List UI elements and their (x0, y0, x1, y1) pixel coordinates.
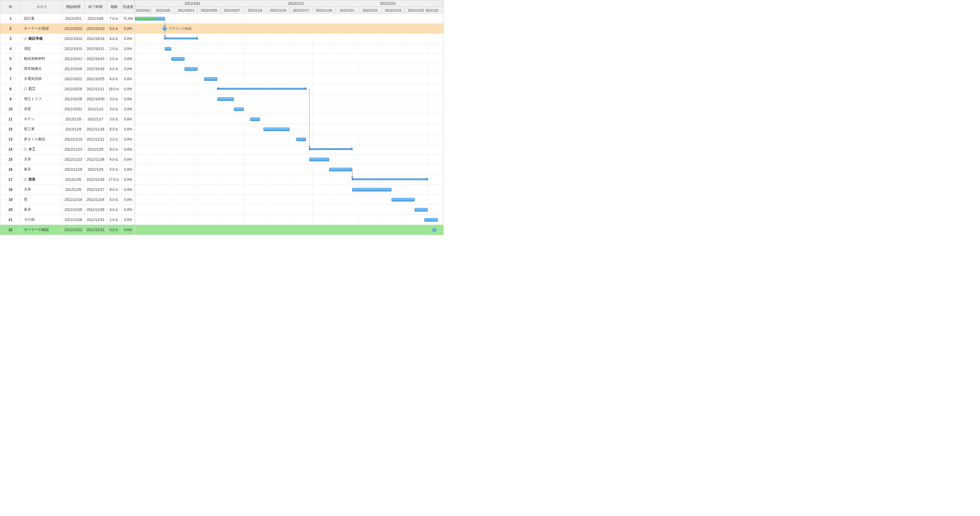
cell-duration: 9.0 d. (107, 144, 121, 154)
gantt-bar[interactable] (424, 218, 438, 221)
gantt-bar[interactable] (296, 138, 306, 141)
cell-start: 2012/12/6 (62, 185, 84, 194)
cell-id: 8 (0, 84, 21, 94)
table-row[interactable]: 12壁工事2012/11/92012/11/166.0 d.0.0% (0, 124, 135, 134)
cell-start: 2012/12/25 (62, 205, 84, 215)
chart-row (135, 215, 443, 225)
timeline-header: 2012/10/12012/11/12012/12/1 2012/10/1201… (135, 0, 443, 14)
cell-task: 建設準備 (21, 34, 62, 43)
cell-end: 2012/10/30 (84, 94, 107, 104)
chart-row (135, 64, 443, 74)
table-row[interactable]: 21その他2012/12/282012/12/312.0 d.0.0% (0, 215, 135, 225)
cell-start: 2012/12/31 (62, 225, 84, 235)
cell-duration: 0.0 d. (107, 24, 121, 33)
collapse-toggle-icon[interactable] (24, 178, 27, 181)
table-row[interactable]: 7水電気技師2012/10/222012/10/254.0 d.0.0% (0, 74, 135, 84)
cell-task-label: 天井 (24, 157, 31, 162)
cell-id: 18 (0, 185, 21, 194)
gantt-bar[interactable] (309, 158, 329, 161)
cell-start: 2012/10/1 (62, 14, 84, 23)
cell-duration: 17.0 d. (107, 175, 121, 184)
gantt-summary-bar[interactable] (309, 148, 352, 150)
cell-task: 家具 (21, 205, 62, 215)
cell-task: 家具 (21, 164, 62, 174)
table-row[interactable]: 3建設準備2012/10/102012/10/198.0 d.0.0% (0, 34, 135, 44)
dependency-arrow-icon (164, 35, 166, 37)
table-row[interactable]: 9埋立トラフ2012/10/262012/10/303.0 d.0.0% (0, 94, 135, 104)
table-row[interactable]: 4測定2012/10/102012/10/112.0 d.0.0% (0, 44, 135, 54)
cell-pct: 0.0% (121, 54, 135, 64)
gantt-summary-bar[interactable] (217, 88, 306, 90)
cell-pct: 0.0% (121, 195, 135, 204)
collapse-toggle-icon[interactable] (24, 37, 27, 40)
cell-end: 2012/11/2 (84, 104, 107, 114)
cell-task: オーナーの確認 (21, 225, 62, 235)
dependency-line (352, 170, 353, 176)
col-header-start[interactable]: 開始時間 (62, 0, 84, 14)
gantt-summary-bar[interactable] (165, 38, 197, 39)
cell-id: 6 (0, 64, 21, 74)
table-row[interactable]: 1設計案2012/10/12012/10/97.0 d.71.4% (0, 14, 135, 24)
col-header-completion[interactable]: 完成度 (121, 0, 135, 14)
dependency-line (165, 29, 165, 35)
table-row[interactable]: 16家具2012/11/292012/12/55.0 d.0.0% (0, 164, 135, 175)
cell-id: 20 (0, 205, 21, 215)
cell-pct: 0.0% (121, 124, 135, 134)
cell-duration: 19.0 d. (107, 84, 121, 94)
gantt-bar[interactable] (250, 118, 260, 121)
gantt-bar[interactable] (204, 77, 217, 81)
cell-task: 障害物撤去 (21, 64, 62, 74)
gantt-bar[interactable] (329, 168, 352, 171)
table-row[interactable]: 19壁2012/12/182012/12/245.0 d.0.0% (0, 195, 135, 205)
table-row[interactable]: 15天井2012/11/232012/11/284.0 d.0.0% (0, 154, 135, 164)
cell-pct: 0.0% (121, 64, 135, 74)
gantt-bar[interactable] (264, 127, 290, 131)
table-row[interactable]: 11キチン2012/11/52012/11/73.0 d.0.0% (0, 114, 135, 124)
col-header-duration[interactable]: 期限 (107, 0, 121, 14)
cell-id: 16 (0, 164, 21, 174)
cell-start: 2012/11/9 (62, 124, 84, 134)
table-row[interactable]: 22オーナーの確認2012/12/312012/12/310.0 d.0.0% (0, 225, 135, 235)
gantt-bar[interactable] (415, 208, 428, 212)
table-row[interactable]: 20家具2012/12/252012/12/284.0 d.0.0% (0, 205, 135, 215)
gantt-bar[interactable] (165, 47, 171, 51)
table-row[interactable]: 17塗装2012/12/62012/12/2817.0 d.0.0% (0, 175, 135, 185)
gantt-bar[interactable] (391, 198, 415, 201)
cell-task: 天井 (21, 154, 62, 164)
table-row[interactable]: 6障害物撤去2012/10/162012/10/194.0 d.0.0% (0, 64, 135, 74)
gantt-milestone[interactable] (432, 228, 437, 233)
gantt-bar[interactable] (352, 188, 391, 191)
cell-pct: 0.0% (121, 114, 135, 124)
col-header-end[interactable]: 終了時間 (84, 0, 107, 14)
gantt-bar-progress (135, 17, 156, 20)
cell-duration: 3.0 d. (107, 134, 121, 144)
cell-duration: 3.0 d. (107, 114, 121, 124)
gantt-bar[interactable] (171, 57, 184, 61)
col-header-task[interactable]: タスク (21, 0, 62, 14)
table-row[interactable]: 13床タイル敷設2012/11/192012/11/213.0 d.0.0% (0, 134, 135, 144)
gantt-bar[interactable] (234, 107, 244, 111)
timeline-week: 2012/10/1 (135, 7, 152, 14)
timeline-week: 2012/11/10 (267, 7, 290, 14)
col-header-id[interactable]: ID (0, 0, 21, 14)
cell-duration: 4.0 d. (107, 64, 121, 74)
dependency-arrow-icon (308, 146, 310, 148)
cell-id: 15 (0, 154, 21, 164)
gantt-bar[interactable] (185, 67, 197, 71)
chart-pane[interactable]: 2012/10/12012/11/12012/12/1 2012/10/1201… (135, 0, 443, 235)
table-row[interactable]: 10浴室2012/10/312012/11/23.0 d.0.0% (0, 104, 135, 114)
collapse-toggle-icon[interactable] (24, 148, 27, 151)
gantt-summary-bar[interactable] (352, 178, 428, 180)
table-row[interactable]: 14木工2012/11/232012/12/59.0 d.0.0% (0, 144, 135, 154)
table-row[interactable]: 2オーナーが承認2012/10/102012/10/100.0 d.0.0% (0, 24, 135, 34)
collapse-toggle-icon[interactable] (24, 88, 27, 90)
table-row[interactable]: 18天井2012/12/62012/12/178.0 d.0.0% (0, 185, 135, 195)
cell-duration: 8.0 d. (107, 34, 121, 43)
cell-end: 2012/12/5 (84, 144, 107, 154)
table-row[interactable]: 5輸送装飾材料2012/10/122012/10/152.0 d.0.0% (0, 54, 135, 64)
cell-start: 2012/10/31 (62, 104, 84, 114)
gantt-bar[interactable] (217, 97, 234, 101)
chart-row: デザインの確認 (135, 24, 443, 34)
cell-pct: 0.0% (121, 154, 135, 164)
table-row[interactable]: 8石工2012/10/262012/11/2119.0 d.0.0% (0, 84, 135, 94)
